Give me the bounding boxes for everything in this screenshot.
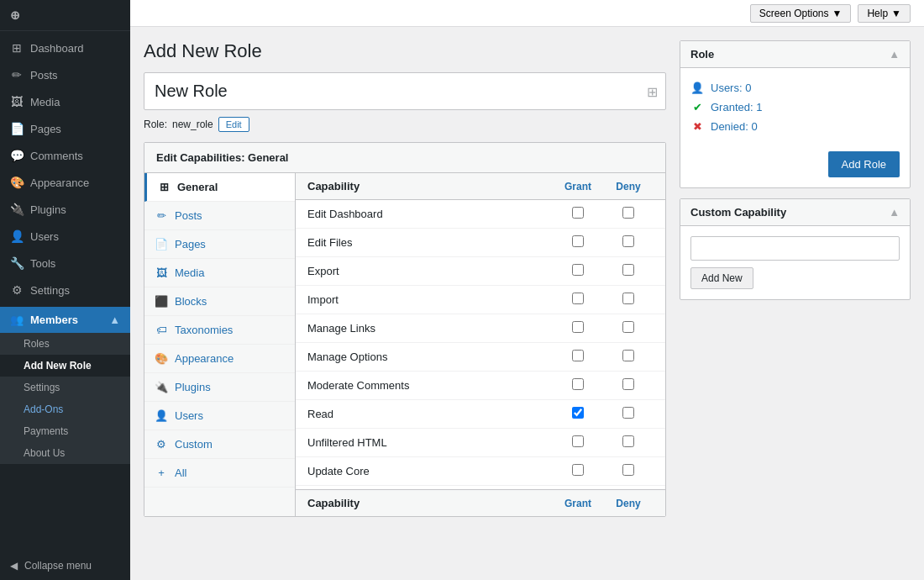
cap-unfiltered-html: Unfiltered HTML xyxy=(307,436,553,449)
sidebar: ⊕ ⊞ Dashboard ✏ Posts 🖼 Media 📄 Pages 💬 … xyxy=(0,0,130,580)
cap-sidebar-media[interactable]: 🖼 Media xyxy=(144,259,295,287)
cap-sidebar-blocks[interactable]: ⬛ Blocks xyxy=(144,287,295,316)
submenu-add-ons[interactable]: Add-Ons xyxy=(0,398,130,420)
deny-update-core[interactable] xyxy=(622,464,634,476)
right-panel: Role ▲ 👤 Users: 0 ✔ Granted: 1 ✖ Denied:… xyxy=(680,40,911,567)
role-name-input[interactable] xyxy=(144,72,666,110)
deny-moderate-comments[interactable] xyxy=(622,378,634,390)
deny-export[interactable] xyxy=(622,264,634,276)
add-role-button[interactable]: Add Role xyxy=(828,151,900,177)
capabilities-wrap: Edit Capabilities: General ⊞ General ✏ P… xyxy=(144,142,666,517)
deny-import[interactable] xyxy=(622,293,634,304)
cap-main: Capability Grant Deny Edit Dashboard Edi… xyxy=(296,173,665,516)
submenu-roles[interactable]: Roles xyxy=(0,333,130,355)
pages-cap-icon: 📄 xyxy=(155,238,168,250)
sidebar-item-tools[interactable]: 🔧 Tools xyxy=(0,250,130,277)
sidebar-item-dashboard[interactable]: ⊞ Dashboard xyxy=(0,34,130,61)
denied-stat-link[interactable]: Denied: 0 xyxy=(711,120,758,133)
col-deny: Deny xyxy=(603,181,654,192)
grant-edit-files[interactable] xyxy=(572,235,584,247)
deny-manage-links[interactable] xyxy=(622,321,634,333)
role-name-edit-icon: ⊞ xyxy=(647,83,658,99)
cap-sidebar-all[interactable]: + All xyxy=(144,459,295,488)
add-new-capability-button[interactable]: Add New xyxy=(690,267,753,289)
sidebar-item-appearance[interactable]: 🎨 Appearance xyxy=(0,169,130,196)
members-menu-item[interactable]: 👥 Members ▲ xyxy=(0,307,130,333)
grant-read[interactable] xyxy=(572,407,584,419)
submenu-settings[interactable]: Settings xyxy=(0,377,130,398)
sidebar-label-settings: Settings xyxy=(30,284,70,297)
grant-unfiltered-html[interactable] xyxy=(572,435,584,447)
sidebar-item-comments[interactable]: 💬 Comments xyxy=(0,142,130,169)
cap-sidebar-appearance[interactable]: 🎨 Appearance xyxy=(144,345,295,373)
dashboard-icon: ⊞ xyxy=(10,41,24,55)
role-slug-label: Role: xyxy=(144,119,167,130)
sidebar-item-pages[interactable]: 📄 Pages xyxy=(0,115,130,142)
denied-stat-icon: ✖ xyxy=(690,120,704,133)
members-section: 👥 Members ▲ Roles Add New Role Settings … xyxy=(0,307,130,464)
cap-edit-files: Edit Files xyxy=(307,236,553,249)
cap-sidebar-custom[interactable]: ⚙ Custom xyxy=(144,430,295,459)
deny-read[interactable] xyxy=(622,407,634,419)
users-stat-link[interactable]: Users: 0 xyxy=(711,82,751,94)
pages-cap-label: Pages xyxy=(175,238,206,250)
grant-manage-options[interactable] xyxy=(572,350,584,361)
help-button[interactable]: Help ▼ xyxy=(858,4,911,23)
cap-sidebar-pages[interactable]: 📄 Pages xyxy=(144,230,295,259)
sidebar-label-dashboard: Dashboard xyxy=(30,42,84,55)
role-name-wrap: ⊞ xyxy=(144,72,666,110)
grant-edit-dashboard[interactable] xyxy=(572,207,584,219)
col-capability: Capability xyxy=(307,180,553,192)
cap-sidebar-taxonomies[interactable]: 🏷 Taxonomies xyxy=(144,316,295,345)
role-panel-collapse[interactable]: ▲ xyxy=(889,48,900,61)
sidebar-item-settings[interactable]: ⚙ Settings xyxy=(0,277,130,303)
posts-cap-icon: ✏ xyxy=(155,209,168,222)
cap-sidebar-general[interactable]: ⊞ General xyxy=(144,173,295,202)
custom-cap-icon: ⚙ xyxy=(155,438,168,451)
screen-options-chevron: ▼ xyxy=(832,8,843,19)
posts-icon: ✏ xyxy=(10,68,24,82)
cap-export: Export xyxy=(307,265,553,277)
all-cap-label: All xyxy=(175,467,186,479)
deny-edit-files[interactable] xyxy=(622,235,634,247)
grant-import[interactable] xyxy=(572,293,584,304)
footer-capability: Capability xyxy=(307,497,553,509)
grant-moderate-comments[interactable] xyxy=(572,378,584,390)
sidebar-item-posts[interactable]: ✏ Posts xyxy=(0,61,130,88)
content-area: Add New Role ⊞ Role: new_role Edit Edit … xyxy=(130,27,924,580)
screen-options-button[interactable]: Screen Options ▼ xyxy=(750,4,852,23)
cap-sidebar-plugins[interactable]: 🔌 Plugins xyxy=(144,373,295,402)
footer-grant: Grant xyxy=(553,498,603,509)
custom-capability-header: Custom Capability ▲ xyxy=(680,199,910,226)
deny-edit-dashboard[interactable] xyxy=(622,207,634,219)
submenu-payments[interactable]: Payments xyxy=(0,420,130,442)
screen-options-label: Screen Options xyxy=(759,8,829,19)
custom-capability-input[interactable] xyxy=(690,236,900,261)
sidebar-item-media[interactable]: 🖼 Media xyxy=(0,88,130,115)
cap-sidebar-posts[interactable]: ✏ Posts xyxy=(144,202,295,230)
page-title: Add New Role xyxy=(144,40,666,62)
submenu-add-new-role[interactable]: Add New Role xyxy=(0,355,130,377)
cap-sidebar-users[interactable]: 👤 Users xyxy=(144,402,295,430)
custom-capability-collapse[interactable]: ▲ xyxy=(889,206,900,219)
collapse-menu[interactable]: ◀ Collapse menu xyxy=(0,551,130,580)
submenu-about-us[interactable]: About Us xyxy=(0,442,130,464)
edit-slug-button[interactable]: Edit xyxy=(218,117,249,132)
tools-icon: 🔧 xyxy=(10,256,24,270)
collapse-icon: ◀ xyxy=(10,560,18,572)
footer-deny: Deny xyxy=(603,498,654,509)
deny-manage-options[interactable] xyxy=(622,350,634,361)
grant-manage-links[interactable] xyxy=(572,321,584,333)
grant-update-core[interactable] xyxy=(572,464,584,476)
table-row: Export xyxy=(296,257,665,286)
deny-unfiltered-html[interactable] xyxy=(622,435,634,447)
sidebar-item-plugins[interactable]: 🔌 Plugins xyxy=(0,196,130,223)
plugins-icon: 🔌 xyxy=(10,203,24,216)
granted-stat-link[interactable]: Granted: 1 xyxy=(711,101,762,113)
sidebar-item-users[interactable]: 👤 Users xyxy=(0,223,130,250)
sidebar-label-media: Media xyxy=(30,96,60,108)
grant-export[interactable] xyxy=(572,264,584,276)
left-panel: Add New Role ⊞ Role: new_role Edit Edit … xyxy=(144,40,666,567)
col-grant: Grant xyxy=(553,181,603,192)
plugins-cap-label: Plugins xyxy=(175,381,211,393)
